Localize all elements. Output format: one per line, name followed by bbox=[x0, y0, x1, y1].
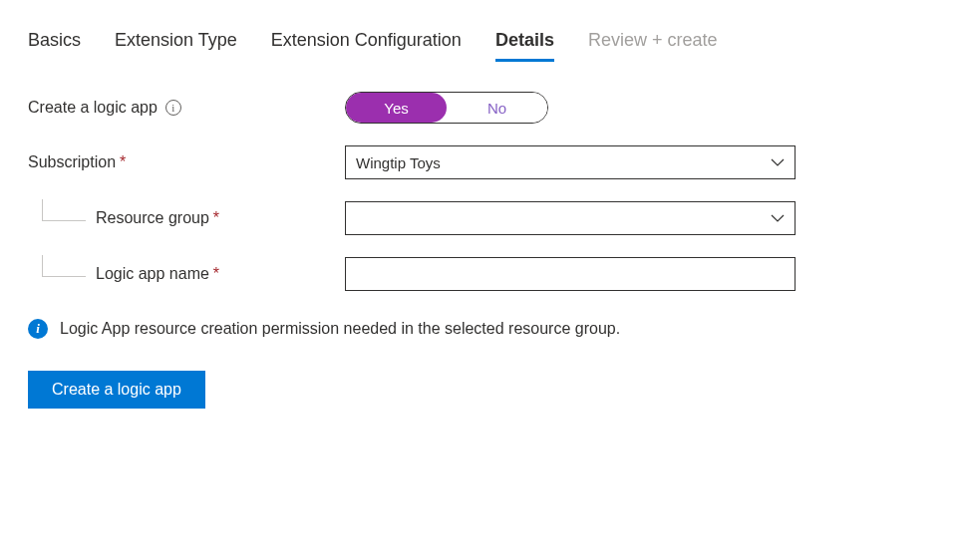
required-marker: * bbox=[213, 265, 219, 283]
create-logic-app-button[interactable]: Create a logic app bbox=[28, 371, 205, 409]
row-logic-app-name: Logic app name * bbox=[28, 257, 929, 291]
tab-extension-type[interactable]: Extension Type bbox=[115, 30, 237, 62]
tree-line-icon bbox=[42, 255, 86, 277]
toggle-option-yes[interactable]: Yes bbox=[346, 93, 447, 123]
label-create-logic-app: Create a logic app i bbox=[28, 99, 345, 117]
input-logic-app-name[interactable] bbox=[345, 257, 796, 291]
row-subscription: Subscription * Wingtip Toys bbox=[28, 145, 929, 179]
info-message: Logic App resource creation permission n… bbox=[60, 320, 620, 338]
label-logic-app-name: Logic app name * bbox=[28, 263, 345, 285]
select-subscription-value: Wingtip Toys bbox=[356, 154, 441, 171]
label-subscription: Subscription * bbox=[28, 153, 345, 171]
info-bar: i Logic App resource creation permission… bbox=[28, 319, 929, 339]
tab-basics[interactable]: Basics bbox=[28, 30, 81, 62]
tab-extension-configuration[interactable]: Extension Configuration bbox=[271, 30, 462, 62]
info-circle-icon: i bbox=[28, 319, 48, 339]
label-text-create-logic-app: Create a logic app bbox=[28, 99, 158, 117]
toggle-option-no[interactable]: No bbox=[447, 93, 547, 123]
row-resource-group: Resource group * bbox=[28, 201, 929, 235]
label-text-subscription: Subscription bbox=[28, 153, 116, 171]
info-icon[interactable]: i bbox=[165, 100, 181, 116]
select-subscription[interactable]: Wingtip Toys bbox=[345, 145, 796, 179]
required-marker: * bbox=[213, 209, 219, 227]
tab-bar: Basics Extension Type Extension Configur… bbox=[28, 30, 929, 62]
chevron-down-icon bbox=[771, 214, 785, 222]
tab-details[interactable]: Details bbox=[495, 30, 554, 62]
tab-review-create[interactable]: Review + create bbox=[588, 30, 718, 62]
label-resource-group: Resource group * bbox=[28, 207, 345, 229]
row-create-logic-app: Create a logic app i Yes No bbox=[28, 92, 929, 124]
label-text-logic-app-name: Logic app name bbox=[96, 265, 209, 283]
chevron-down-icon bbox=[771, 158, 785, 166]
toggle-create-logic-app[interactable]: Yes No bbox=[345, 92, 548, 124]
required-marker: * bbox=[120, 153, 126, 171]
label-text-resource-group: Resource group bbox=[96, 209, 209, 227]
tree-line-icon bbox=[42, 199, 86, 221]
select-resource-group[interactable] bbox=[345, 201, 796, 235]
